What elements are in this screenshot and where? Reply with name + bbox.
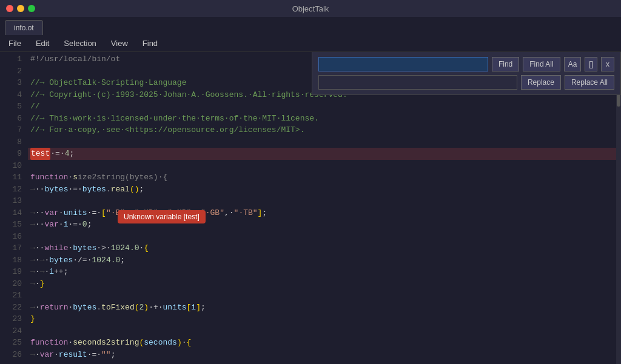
units-var: units — [64, 207, 87, 219]
code-line-15: → ·· var · i ·=· 0 ; — [28, 219, 621, 231]
sp-14: ·· — [35, 207, 45, 219]
assign-op: ·=· — [50, 148, 64, 160]
tab-info-ot[interactable]: info.ot — [5, 20, 43, 35]
window-title: ObjectTalk — [292, 4, 329, 13]
code-line-25: function · seconds2string ( seconds ) · … — [28, 337, 621, 349]
window-controls — [6, 5, 35, 12]
find-row: Find Find All Aa [] x — [318, 57, 614, 71]
code-12: ·· — [35, 184, 45, 196]
func-rest: ize2string(bytes)·{ — [78, 171, 167, 184]
regex-button[interactable]: [] — [585, 57, 597, 71]
replace-row: Replace Replace All — [318, 75, 614, 90]
sp-18: · — [35, 254, 40, 266]
semi-14: ; — [262, 207, 267, 219]
comment-7: //→ For·a·copy,·see·<https://opensource.… — [30, 124, 304, 136]
line-num-21: 21 — [0, 290, 22, 302]
match-case-button[interactable]: Aa — [564, 57, 582, 71]
line-num-22: 22 — [0, 302, 22, 314]
str-tb: "·TB" — [234, 207, 258, 219]
code-line-18: → · → · bytes ·/=· 1024.0 ; — [28, 254, 621, 266]
code-line-24 — [28, 325, 621, 337]
semicolon: ; — [69, 148, 74, 160]
sp-25: · — [68, 337, 73, 349]
find-all-button[interactable]: Find All — [523, 57, 560, 71]
space: · — [68, 171, 73, 184]
scrollbar[interactable] — [616, 52, 621, 364]
line-num-23: 23 — [0, 313, 22, 325]
code-area[interactable]: #!/usr/local/bin/ot //→ ObjectTalk·Scrip… — [28, 52, 621, 364]
line-num-24: 24 — [0, 325, 22, 337]
sp-20: · — [35, 278, 40, 290]
param-25: seconds — [144, 337, 177, 349]
line-num-10: 10 — [0, 160, 22, 172]
line-num-20: 20 — [0, 278, 22, 290]
find-replace-panel: Find Find All Aa [] x Replace Replace Al… — [312, 52, 621, 95]
line-num-3: 3 — [0, 77, 22, 89]
num-1024: 1024.0 — [111, 242, 139, 254]
zero: 0 — [82, 219, 87, 231]
find-button[interactable]: Find — [492, 57, 519, 71]
line-num-15: 15 — [0, 219, 22, 231]
str-kb: "·KB" — [135, 207, 158, 219]
str-b: "·B" — [106, 207, 125, 219]
sp2-17: · — [68, 242, 73, 254]
menu-file[interactable]: File — [6, 38, 24, 49]
code-line-6: //→ This·work·is·licensed·under·the·term… — [28, 113, 621, 125]
menu-find[interactable]: Find — [140, 38, 160, 49]
close-button[interactable] — [6, 5, 13, 12]
comma-2: ,· — [158, 207, 168, 219]
replace-input[interactable] — [318, 75, 517, 90]
brace-25: { — [187, 337, 192, 349]
bytes-var: bytes — [44, 184, 68, 196]
code-line-13 — [28, 195, 621, 207]
code-line-10 — [28, 160, 621, 172]
num-1024-2: 1024.0 — [92, 254, 120, 266]
sq-open-22: [ — [187, 302, 192, 314]
line-num-9: 9 — [0, 148, 22, 160]
line-num-26: 26 — [0, 349, 22, 361]
sp2-22: · — [68, 302, 73, 314]
comment-3: //→ ObjectTalk·Scripting·Language — [30, 77, 186, 89]
menu-selection[interactable]: Selection — [61, 38, 98, 49]
kw-function: function — [30, 171, 68, 184]
line-num-14: 14 — [0, 207, 22, 219]
code-line-22: → · return · bytes . toFixed ( 2 ) ·+· u… — [28, 302, 621, 314]
code-line-11: function · s ize2string(bytes)·{ — [28, 171, 621, 184]
comma-4: ,· — [224, 207, 234, 219]
arrow-15: → — [30, 219, 35, 231]
find-input[interactable] — [318, 57, 488, 71]
bytes-18: bytes — [49, 254, 73, 266]
sp2-26: · — [54, 349, 59, 361]
sq-close-22: ] — [196, 302, 201, 314]
space-25: · — [182, 337, 187, 349]
menu-view[interactable]: View — [109, 38, 130, 49]
menu-edit[interactable]: Edit — [33, 38, 52, 49]
close-find-button[interactable]: x — [601, 57, 614, 71]
result-var: result — [59, 349, 87, 361]
line-num-4: 4 — [0, 89, 22, 101]
code-line-8 — [28, 136, 621, 148]
code-line-5: // — [28, 101, 621, 113]
arrow-19b: → — [40, 266, 45, 278]
func-name-25: seconds2string — [73, 337, 139, 349]
replace-button[interactable]: Replace — [521, 75, 561, 90]
arrow-22: → — [30, 302, 35, 314]
line-num-1: 1 — [0, 53, 22, 65]
replace-all-button[interactable]: Replace All — [565, 75, 614, 90]
code-line-21 — [28, 290, 621, 302]
test-var: test — [30, 148, 50, 160]
paren-close-22: ) — [144, 302, 149, 314]
str-mb: "·MB" — [167, 207, 191, 219]
tabbar: info.ot — [0, 17, 621, 35]
titlebar: ObjectTalk — [0, 0, 621, 17]
kw-return: return — [40, 302, 69, 314]
line-num-19: 19 — [0, 266, 22, 278]
code-line-7: //→ For·a·copy,·see·<https://opensource.… — [28, 124, 621, 136]
maximize-button[interactable] — [28, 5, 35, 12]
line-num-5: 5 — [0, 101, 22, 113]
line-num-6: 6 — [0, 113, 22, 125]
comma-3: ,· — [191, 207, 201, 219]
minimize-button[interactable] — [17, 5, 24, 12]
comment-5: // — [30, 101, 40, 113]
inc-19: ++; — [54, 266, 68, 278]
